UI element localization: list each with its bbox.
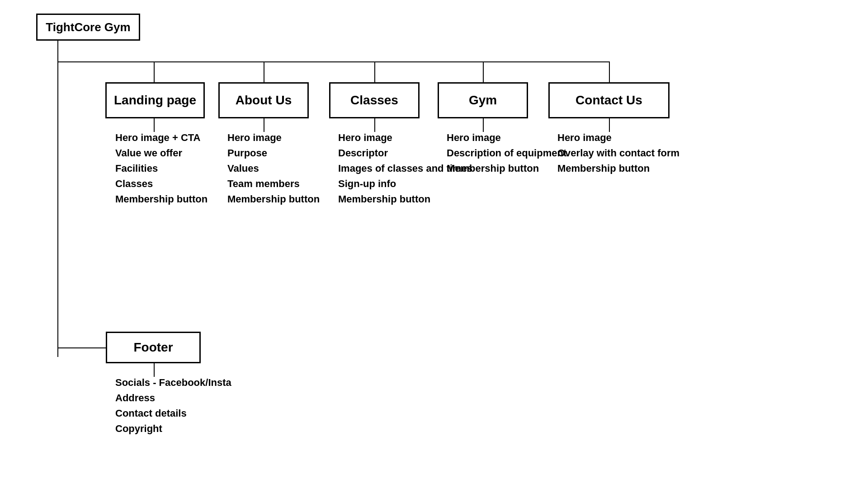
v-content-about bbox=[264, 118, 264, 132]
v-connector-gym bbox=[483, 61, 484, 82]
page-label-gym: Gym bbox=[469, 93, 497, 108]
classes-item-3: Sign-up info bbox=[338, 178, 472, 190]
footer-item-1: Address bbox=[115, 392, 231, 404]
footer-item-2: Contact details bbox=[115, 408, 231, 419]
page-node-contact: Contact Us bbox=[548, 82, 670, 118]
root-vertical-line bbox=[57, 41, 58, 357]
page-node-about: About Us bbox=[218, 82, 309, 118]
v-connector-about bbox=[264, 61, 264, 82]
landing-item-4: Membership button bbox=[115, 193, 208, 205]
v-content-classes bbox=[374, 118, 375, 132]
about-item-3: Team members bbox=[227, 178, 320, 190]
about-item-4: Membership button bbox=[227, 193, 320, 205]
page-label-about: About Us bbox=[236, 93, 292, 108]
horizontal-connector-line bbox=[57, 61, 609, 62]
page-node-gym: Gym bbox=[438, 82, 528, 118]
contact-item-2: Membership button bbox=[557, 163, 679, 174]
about-item-0: Hero image bbox=[227, 132, 320, 144]
gym-item-2: Membership button bbox=[447, 163, 566, 174]
root-node: TightCore Gym bbox=[36, 14, 140, 41]
content-list-landing: Hero image + CTA Value we offer Faciliti… bbox=[115, 132, 208, 205]
page-label-classes: Classes bbox=[350, 93, 398, 108]
landing-item-1: Value we offer bbox=[115, 147, 208, 159]
page-label-landing: Landing page bbox=[114, 93, 196, 108]
gym-item-1: Description of equipment bbox=[447, 147, 566, 159]
content-list-gym: Hero image Description of equipment Memb… bbox=[447, 132, 566, 174]
footer-node: Footer bbox=[106, 332, 201, 363]
footer-label: Footer bbox=[133, 340, 173, 355]
v-connector-contact bbox=[609, 61, 610, 82]
landing-item-2: Facilities bbox=[115, 163, 208, 174]
content-list-contact: Hero image Overlay with contact form Mem… bbox=[557, 132, 679, 174]
footer-item-3: Copyright bbox=[115, 423, 231, 435]
footer-item-0: Socials - Facebook/Insta bbox=[115, 377, 231, 389]
gym-item-0: Hero image bbox=[447, 132, 566, 144]
v-connector-landing bbox=[154, 61, 155, 82]
about-item-2: Values bbox=[227, 163, 320, 174]
v-content-contact bbox=[609, 118, 610, 132]
v-content-landing bbox=[154, 118, 155, 132]
v-content-gym bbox=[483, 118, 484, 132]
root-label: TightCore Gym bbox=[46, 20, 130, 34]
sitemap-diagram: TightCore Gym Landing page Hero image + … bbox=[0, 0, 868, 488]
content-list-footer: Socials - Facebook/Insta Address Contact… bbox=[115, 377, 231, 435]
contact-item-1: Overlay with contact form bbox=[557, 147, 679, 159]
landing-item-3: Classes bbox=[115, 178, 208, 190]
content-list-about: Hero image Purpose Values Team members M… bbox=[227, 132, 320, 205]
v-content-footer bbox=[154, 363, 155, 377]
v-connector-classes bbox=[374, 61, 375, 82]
classes-item-4: Membership button bbox=[338, 193, 472, 205]
contact-item-0: Hero image bbox=[557, 132, 679, 144]
about-item-1: Purpose bbox=[227, 147, 320, 159]
page-node-landing: Landing page bbox=[105, 82, 205, 118]
landing-item-0: Hero image + CTA bbox=[115, 132, 208, 144]
page-label-contact: Contact Us bbox=[576, 93, 642, 108]
page-node-classes: Classes bbox=[329, 82, 420, 118]
